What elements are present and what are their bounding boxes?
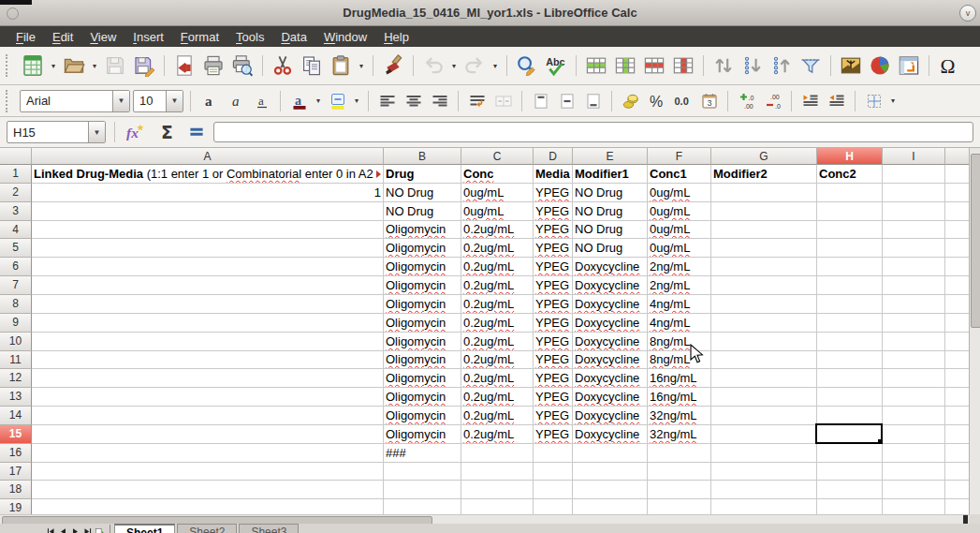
cell-C12[interactable]: 0.2ug/mL	[461, 369, 533, 387]
cell-E15[interactable]: Doxycycline	[573, 425, 647, 443]
borders-icon[interactable]	[862, 90, 885, 112]
cell-D10[interactable]: YPEG	[534, 333, 572, 350]
cell-B14[interactable]: Oligomycin	[384, 407, 461, 424]
row-header-3[interactable]: 3	[0, 202, 32, 221]
cell-D4[interactable]: YPEG	[534, 221, 572, 238]
cell-C2[interactable]: 0ug/mL	[461, 184, 533, 201]
spelling-icon[interactable]: Abc	[543, 52, 569, 79]
cell-E11[interactable]: Doxycycline	[573, 351, 647, 368]
increase-indent-icon[interactable]	[798, 90, 822, 112]
row-header-7[interactable]: 7	[0, 276, 32, 295]
cell-E14[interactable]: Doxycycline	[573, 407, 647, 424]
cell-B3[interactable]: NO Drug	[384, 202, 461, 220]
cell-B7[interactable]: Oligomycin	[384, 276, 461, 294]
sort-descending-icon[interactable]	[739, 52, 766, 79]
cell-F3[interactable]: 0ug/mL	[648, 202, 710, 220]
cell-F9[interactable]: 4ng/mL	[648, 314, 710, 332]
highlighting-color-icon[interactable]	[326, 90, 349, 112]
print-icon[interactable]	[200, 52, 227, 79]
row-header-17[interactable]: 17	[0, 463, 32, 481]
date-format-icon[interactable]: 3	[697, 90, 721, 112]
cell-B12[interactable]: Oligomycin	[384, 369, 461, 387]
nav-next-icon[interactable]	[69, 525, 81, 533]
cell-D9[interactable]: YPEG	[534, 314, 572, 332]
cell-E5[interactable]: NO Drug	[573, 239, 647, 257]
add-decimal-icon[interactable]: .0.00	[735, 90, 758, 112]
align-top-icon[interactable]	[529, 90, 552, 112]
column-header-D[interactable]: D	[534, 148, 573, 165]
insert-chart-icon[interactable]	[867, 52, 893, 79]
tab-sheet2[interactable]: Sheet2	[177, 524, 237, 533]
cell-E1[interactable]: Modifier1	[573, 165, 647, 183]
percent-format-icon[interactable]: %	[645, 90, 668, 112]
cell-F5[interactable]: 0ug/mL	[648, 239, 710, 257]
row-header-4[interactable]: 4	[0, 221, 32, 239]
copy-icon[interactable]	[299, 52, 325, 79]
cell-E7[interactable]: Doxycycline	[573, 276, 647, 294]
sum-icon[interactable]: Σ	[154, 120, 179, 144]
center-vertically-icon[interactable]	[555, 90, 578, 112]
row-header-8[interactable]: 8	[0, 295, 32, 314]
cell-F12[interactable]: 16ng/mL	[648, 369, 710, 387]
bold-icon[interactable]: a	[197, 90, 221, 112]
print-preview-icon[interactable]	[229, 52, 256, 79]
cell-E2[interactable]: NO Drug	[573, 184, 647, 201]
menu-edit[interactable]: Edit	[44, 28, 81, 46]
menu-insert[interactable]: Insert	[124, 28, 172, 46]
name-box-dropdown-icon[interactable]: ▼	[88, 122, 105, 142]
insert-columns-icon[interactable]	[612, 52, 638, 79]
column-header-A[interactable]: A	[32, 148, 384, 165]
delete-rows-icon[interactable]	[641, 52, 667, 79]
cell-B1[interactable]: Drug	[384, 165, 461, 183]
dropdown-arrow-icon[interactable]: ▾	[90, 53, 99, 78]
nav-first-icon[interactable]	[45, 525, 57, 533]
dropdown-arrow-icon[interactable]: ▾	[352, 89, 361, 113]
cell-B13[interactable]: Oligomycin	[384, 388, 461, 406]
row-header-19[interactable]: 19	[0, 499, 32, 514]
row-header-14[interactable]: 14	[0, 407, 32, 425]
font-name-dropdown-icon[interactable]: ▼	[112, 91, 129, 111]
align-bottom-icon[interactable]	[581, 90, 605, 112]
nav-last-icon[interactable]	[81, 525, 94, 533]
currency-format-icon[interactable]	[619, 90, 642, 112]
row-header-5[interactable]: 5	[0, 239, 32, 258]
column-header-I[interactable]: I	[883, 148, 945, 165]
column-header-H[interactable]: H	[817, 148, 883, 165]
delete-decimal-icon[interactable]: .00.0	[761, 90, 784, 112]
redo-icon[interactable]	[461, 52, 488, 79]
row-header-11[interactable]: 11	[0, 351, 32, 369]
column-header-G[interactable]: G	[711, 148, 817, 165]
delete-columns-icon[interactable]	[670, 52, 696, 79]
name-box[interactable]: H15 ▼	[7, 121, 106, 143]
cell-D5[interactable]: YPEG	[534, 239, 572, 257]
row-header-13[interactable]: 13	[0, 388, 32, 407]
cell-F4[interactable]: 0ug/mL	[648, 221, 710, 238]
window-menu-button[interactable]	[7, 7, 19, 20]
cell-F7[interactable]: 2ng/mL	[648, 276, 710, 294]
cell-C10[interactable]: 0.2ug/mL	[461, 333, 533, 350]
row-header-1[interactable]: 1	[0, 165, 32, 184]
cell-C5[interactable]: 0.2ug/mL	[461, 239, 533, 257]
vertical-scrollbar-thumb[interactable]	[971, 154, 980, 328]
cell-B15[interactable]: Oligomycin	[384, 425, 461, 443]
menu-data[interactable]: Data	[272, 28, 314, 46]
cell-C4[interactable]: 0.2ug/mL	[461, 221, 533, 238]
row-header-9[interactable]: 9	[0, 314, 32, 333]
insert-rows-icon[interactable]	[583, 52, 609, 79]
fill-handle[interactable]	[878, 439, 883, 444]
column-header-F[interactable]: F	[648, 148, 711, 165]
cell-B6[interactable]: Oligomycin	[384, 258, 461, 275]
autofilter-icon[interactable]	[797, 52, 824, 79]
row-header-18[interactable]: 18	[0, 481, 32, 499]
row-header-15[interactable]: 15	[0, 425, 32, 444]
align-left-icon[interactable]	[375, 90, 399, 112]
cell-C9[interactable]: 0.2ug/mL	[461, 314, 533, 332]
row-header-12[interactable]: 12	[0, 369, 32, 388]
special-character-icon[interactable]: Ω	[936, 52, 962, 79]
font-size-dropdown-icon[interactable]: ▼	[166, 91, 183, 111]
cell-F13[interactable]: 16ng/mL	[648, 388, 710, 406]
open-icon[interactable]	[61, 52, 87, 79]
find-replace-icon[interactable]	[514, 52, 540, 79]
menu-help[interactable]: Help	[375, 28, 417, 46]
cell-C15[interactable]: 0.2ug/mL	[461, 425, 533, 443]
